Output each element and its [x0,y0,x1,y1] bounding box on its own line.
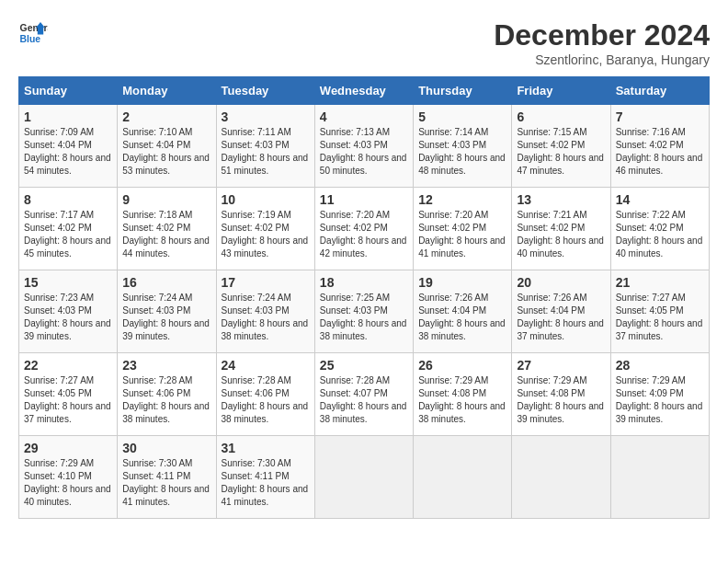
calendar-cell: 20 Sunrise: 7:26 AMSunset: 4:04 PMDaylig… [512,270,610,353]
calendar-cell: 17 Sunrise: 7:24 AMSunset: 4:03 PMDaylig… [216,270,314,353]
calendar-week-4: 22 Sunrise: 7:27 AMSunset: 4:05 PMDaylig… [19,353,710,436]
calendar-cell: 26 Sunrise: 7:29 AMSunset: 4:08 PMDaylig… [414,353,512,436]
calendar-cell: 6 Sunrise: 7:15 AMSunset: 4:02 PMDayligh… [512,105,610,188]
day-number: 7 [616,109,704,124]
column-header-thursday: Thursday [414,77,512,105]
day-number: 29 [24,441,112,455]
calendar-cell: 1 Sunrise: 7:09 AMSunset: 4:04 PMDayligh… [19,105,118,188]
calendar-cell: 13 Sunrise: 7:21 AMSunset: 4:02 PMDaylig… [512,188,610,270]
day-info: Sunrise: 7:28 AMSunset: 4:06 PMDaylight:… [122,375,210,424]
day-number: 6 [517,109,605,124]
day-info: Sunrise: 7:28 AMSunset: 4:06 PMDaylight:… [222,375,309,424]
day-info: Sunrise: 7:24 AMSunset: 4:03 PMDaylight:… [122,293,210,341]
calendar-cell: 15 Sunrise: 7:23 AMSunset: 4:03 PMDaylig… [19,270,118,353]
day-info: Sunrise: 7:29 AMSunset: 4:10 PMDaylight:… [24,458,111,507]
day-number: 5 [418,109,506,124]
calendar-cell: 3 Sunrise: 7:11 AMSunset: 4:03 PMDayligh… [216,105,314,188]
day-number: 21 [616,275,704,290]
day-number: 25 [320,358,408,373]
day-info: Sunrise: 7:28 AMSunset: 4:07 PMDaylight:… [320,375,407,424]
day-number: 13 [517,192,605,207]
column-header-monday: Monday [118,77,216,105]
calendar-cell: 5 Sunrise: 7:14 AMSunset: 4:03 PMDayligh… [414,105,512,188]
column-header-wednesday: Wednesday [314,77,413,105]
day-number: 8 [24,192,112,207]
calendar-cell: 10 Sunrise: 7:19 AMSunset: 4:02 PMDaylig… [216,188,314,270]
day-info: Sunrise: 7:26 AMSunset: 4:04 PMDaylight:… [418,293,506,341]
header-row: SundayMondayTuesdayWednesdayThursdayFrid… [19,77,710,105]
day-number: 14 [616,192,704,207]
day-info: Sunrise: 7:11 AMSunset: 4:03 PMDaylight:… [222,127,309,176]
day-number: 22 [24,358,112,373]
location-subtitle: Szentlorinc, Baranya, Hungary [494,52,710,67]
day-info: Sunrise: 7:24 AMSunset: 4:03 PMDaylight:… [222,293,309,341]
calendar-cell: 8 Sunrise: 7:17 AMSunset: 4:02 PMDayligh… [19,188,118,270]
column-header-sunday: Sunday [19,77,118,105]
day-number: 2 [122,109,210,124]
day-number: 27 [517,358,605,373]
day-number: 12 [418,192,506,207]
calendar-cell [512,436,610,519]
day-number: 10 [222,192,310,207]
calendar-cell: 30 Sunrise: 7:30 AMSunset: 4:11 PMDaylig… [118,436,216,519]
day-number: 15 [24,275,112,290]
day-number: 17 [222,275,310,290]
day-info: Sunrise: 7:20 AMSunset: 4:02 PMDaylight:… [418,210,506,259]
calendar-cell: 7 Sunrise: 7:16 AMSunset: 4:02 PMDayligh… [610,105,709,188]
logo-icon: General Blue [18,18,48,48]
day-number: 3 [222,109,310,124]
calendar-cell: 2 Sunrise: 7:10 AMSunset: 4:04 PMDayligh… [118,105,216,188]
logo: General Blue [18,18,48,48]
calendar-week-3: 15 Sunrise: 7:23 AMSunset: 4:03 PMDaylig… [19,270,710,353]
day-info: Sunrise: 7:30 AMSunset: 4:11 PMDaylight:… [222,458,309,507]
page-header: General Blue December 2024 Szentlorinc, … [18,18,710,67]
calendar-cell: 25 Sunrise: 7:28 AMSunset: 4:07 PMDaylig… [314,353,413,436]
day-number: 19 [418,275,506,290]
calendar-week-1: 1 Sunrise: 7:09 AMSunset: 4:04 PMDayligh… [19,105,710,188]
calendar-week-5: 29 Sunrise: 7:29 AMSunset: 4:10 PMDaylig… [19,436,710,519]
day-number: 31 [222,441,310,455]
day-info: Sunrise: 7:22 AMSunset: 4:02 PMDaylight:… [616,210,703,259]
calendar-cell: 21 Sunrise: 7:27 AMSunset: 4:05 PMDaylig… [610,270,709,353]
calendar-cell: 12 Sunrise: 7:20 AMSunset: 4:02 PMDaylig… [414,188,512,270]
day-info: Sunrise: 7:25 AMSunset: 4:03 PMDaylight:… [320,293,407,341]
day-number: 11 [320,192,408,207]
day-number: 4 [320,109,408,124]
calendar-week-2: 8 Sunrise: 7:17 AMSunset: 4:02 PMDayligh… [19,188,710,270]
day-info: Sunrise: 7:23 AMSunset: 4:03 PMDaylight:… [24,293,111,341]
day-info: Sunrise: 7:27 AMSunset: 4:05 PMDaylight:… [24,375,111,424]
day-info: Sunrise: 7:29 AMSunset: 4:09 PMDaylight:… [616,375,703,424]
day-info: Sunrise: 7:20 AMSunset: 4:02 PMDaylight:… [320,210,407,259]
calendar-table: SundayMondayTuesdayWednesdayThursdayFrid… [18,76,710,519]
calendar-cell: 14 Sunrise: 7:22 AMSunset: 4:02 PMDaylig… [610,188,709,270]
column-header-tuesday: Tuesday [216,77,314,105]
day-info: Sunrise: 7:09 AMSunset: 4:04 PMDaylight:… [24,127,111,176]
calendar-cell: 28 Sunrise: 7:29 AMSunset: 4:09 PMDaylig… [610,353,709,436]
day-number: 30 [122,441,210,455]
day-info: Sunrise: 7:14 AMSunset: 4:03 PMDaylight:… [418,127,506,176]
day-info: Sunrise: 7:21 AMSunset: 4:02 PMDaylight:… [517,210,604,259]
calendar-cell: 4 Sunrise: 7:13 AMSunset: 4:03 PMDayligh… [314,105,413,188]
day-info: Sunrise: 7:17 AMSunset: 4:02 PMDaylight:… [24,210,111,259]
calendar-cell: 11 Sunrise: 7:20 AMSunset: 4:02 PMDaylig… [314,188,413,270]
day-info: Sunrise: 7:16 AMSunset: 4:02 PMDaylight:… [616,127,703,176]
day-info: Sunrise: 7:29 AMSunset: 4:08 PMDaylight:… [418,375,506,424]
day-number: 18 [320,275,408,290]
day-number: 28 [616,358,704,373]
calendar-cell: 18 Sunrise: 7:25 AMSunset: 4:03 PMDaylig… [314,270,413,353]
calendar-cell: 19 Sunrise: 7:26 AMSunset: 4:04 PMDaylig… [414,270,512,353]
title-block: December 2024 Szentlorinc, Baranya, Hung… [494,18,710,67]
day-info: Sunrise: 7:18 AMSunset: 4:02 PMDaylight:… [122,210,210,259]
day-number: 26 [418,358,506,373]
calendar-cell: 9 Sunrise: 7:18 AMSunset: 4:02 PMDayligh… [118,188,216,270]
day-info: Sunrise: 7:30 AMSunset: 4:11 PMDaylight:… [122,458,210,507]
day-number: 16 [122,275,210,290]
calendar-cell [314,436,413,519]
day-number: 20 [517,275,605,290]
day-number: 9 [122,192,210,207]
day-info: Sunrise: 7:10 AMSunset: 4:04 PMDaylight:… [122,127,210,176]
day-info: Sunrise: 7:29 AMSunset: 4:08 PMDaylight:… [517,375,604,424]
calendar-cell: 29 Sunrise: 7:29 AMSunset: 4:10 PMDaylig… [19,436,118,519]
day-number: 24 [222,358,310,373]
day-number: 1 [24,109,112,124]
